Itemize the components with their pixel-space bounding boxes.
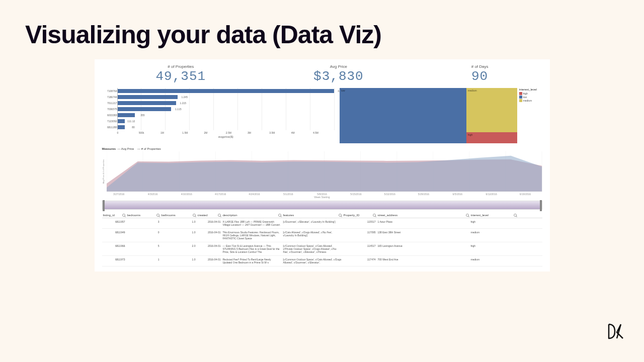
column-header-description[interactable]: description (222, 214, 282, 217)
column-header-bathrooms[interactable]: bathrooms (160, 214, 197, 217)
area-chart-measures[interactable]: Measures — Avg Price — # of Properties A… (102, 147, 542, 199)
bar-value-label: 1.215 (180, 102, 187, 105)
bar-x-tick: 1.5M (182, 131, 204, 134)
search-icon[interactable] (339, 214, 342, 217)
area-legend: Measures — Avg Price — # of Properties (102, 147, 542, 150)
area-y-label: Avg Price & # of Properties (102, 151, 107, 192)
cell-interest_level: high (470, 244, 518, 253)
bar[interactable]: 4.49K (118, 89, 335, 93)
bar[interactable]: 80 (118, 125, 125, 129)
bar-x-tick: 0 (117, 131, 139, 134)
cell-bedrooms: 3 (126, 220, 160, 226)
search-icon[interactable] (218, 214, 221, 217)
cell-Property_ID: 114517 (343, 244, 377, 253)
bar-x-tick: 1M (160, 131, 182, 134)
tile-label: low (341, 89, 345, 92)
search-icon[interactable] (278, 214, 281, 217)
search-icon[interactable] (193, 214, 196, 217)
bar-row[interactable]: 1.115 (118, 106, 335, 112)
cell-features: [u'Common Outdoor Space', u'Cats Allowed… (282, 244, 343, 253)
cell-created: 2016-04-01 (197, 220, 222, 226)
area-x-tick: 5/29/2016 (407, 193, 440, 196)
column-header-interest_level[interactable]: interest_level (470, 214, 518, 217)
cell-listing_id: 6811966 (102, 244, 126, 253)
treemap-tile-low[interactable]: low (340, 88, 466, 143)
column-header-created[interactable]: created (197, 214, 222, 217)
cell-description: X-LARGE Flex 1BR Loft --- PRIME Greenwic… (222, 220, 282, 226)
area-x-tick: 4/10/2016 (170, 193, 203, 196)
cell-bedrooms: 0 (126, 231, 160, 240)
area-x-tick: 6/19/2016 (508, 193, 542, 196)
bar-row[interactable]: 4.49K (118, 88, 335, 94)
bar-x-tick: 2M (204, 131, 226, 134)
bar-row[interactable]: 1.245 (118, 94, 335, 100)
table-row[interactable]: 681197311.02016-04-01Reduced Fee!! Price… (102, 256, 542, 266)
tile-label: medium (468, 89, 477, 92)
bar-row[interactable]: 1.215 (118, 100, 335, 106)
cell-features: [u'Cats Allowed', u'Dogs Allowed', u'No … (282, 231, 343, 240)
cell-description: This Enormous Studio Features: Hardwood … (222, 231, 282, 240)
table-row[interactable]: 681196652.02016-04-01--- East 71st St & … (102, 242, 542, 256)
bar-category-label: 7011217 (102, 100, 117, 106)
bar-x-tick: 4.5M (313, 131, 335, 134)
bar-category-label: 6033383 (102, 112, 117, 118)
cell-interest_level: high (470, 220, 518, 226)
table-header: listing_idbedroomsbathroomscreateddescri… (102, 214, 542, 218)
cell-Property_ID: 117474 (343, 258, 377, 264)
cell-bedrooms: 5 (126, 244, 160, 253)
bar[interactable]: 1.215 (118, 101, 177, 105)
bar-value-label: 355 (140, 114, 144, 117)
legend-item-low: low (519, 96, 542, 99)
area-svg (107, 151, 542, 192)
bar-category-label: 7108764 (102, 88, 117, 94)
bar-x-tick: 2.5M (226, 131, 248, 134)
cell-bedrooms: 1 (126, 258, 160, 264)
bar-row[interactable]: 80 (118, 124, 335, 130)
area-x-tick: 6/5/2016 (441, 193, 474, 196)
treemap-tile-medium[interactable]: medium (466, 88, 517, 132)
column-header-listing_id[interactable]: listing_id (102, 214, 126, 217)
cell-listing_id: 6811957 (102, 220, 126, 226)
column-header-Property_ID[interactable]: Property_ID (343, 214, 377, 217)
area-x-tick: 5/15/2016 (339, 193, 373, 196)
kpi-label: # of Days (471, 64, 489, 69)
treemap-tile-high[interactable]: high (466, 132, 517, 143)
search-icon[interactable] (156, 214, 159, 217)
search-icon[interactable] (514, 214, 517, 217)
table-row[interactable]: 681194901.02016-04-01This Enormous Studi… (102, 229, 542, 242)
column-header-street_address[interactable]: street_address (377, 214, 470, 217)
search-icon[interactable] (466, 214, 469, 217)
cell-features: [u'Common Outdoor Space', u'Cats Allowed… (282, 258, 343, 264)
search-icon[interactable] (122, 214, 125, 217)
bar[interactable]: 1.115 (118, 107, 172, 111)
tile-label: high (468, 133, 472, 136)
cell-created: 2016-04-01 (197, 258, 222, 264)
treemap-interest[interactable]: low medium high interest_level high low … (340, 88, 542, 143)
bar[interactable]: 355 (118, 113, 135, 117)
table-row[interactable]: 681195731.02016-04-01X-LARGE Flex 1BR Lo… (102, 218, 542, 229)
dashboard: # of Properties 49,351 Avg Price $3,830 … (95, 59, 550, 272)
kpi-avg-price: Avg Price $3,830 (313, 64, 364, 84)
bar[interactable]: 111.12 (118, 119, 125, 123)
bar-x-label: avgprice($) (117, 135, 335, 138)
cell-bathrooms: 1.0 (160, 220, 197, 226)
legend-title: interest_level (519, 88, 542, 91)
bar-chart-avgprice[interactable]: 7108764718674470112177036575603338371230… (102, 88, 335, 143)
cell-bathrooms: 1.0 (160, 258, 197, 264)
bar-x-tick: 500k (139, 131, 160, 134)
time-brush[interactable] (102, 201, 542, 210)
bar-row[interactable]: 355 (118, 112, 335, 118)
bar-x-tick: 4M (291, 131, 313, 134)
search-icon[interactable] (373, 214, 376, 217)
cell-description: --- East 71st St & Lexington Avenue --- … (222, 244, 282, 253)
bar[interactable]: 1.245 (118, 95, 178, 99)
column-header-bedrooms[interactable]: bedrooms (126, 214, 160, 217)
bar-row[interactable]: 111.12 (118, 118, 335, 124)
area-x-tick: 6/12/2016 (474, 193, 508, 196)
logo (607, 322, 625, 344)
bar-value-label: 111.12 (127, 120, 135, 123)
bar-value-label: 1.245 (181, 96, 188, 99)
column-header-features[interactable]: features (282, 214, 343, 217)
area-x-tick: 5/22/2016 (373, 193, 407, 196)
data-table: listing_idbedroomsbathroomscreateddescri… (102, 214, 542, 266)
